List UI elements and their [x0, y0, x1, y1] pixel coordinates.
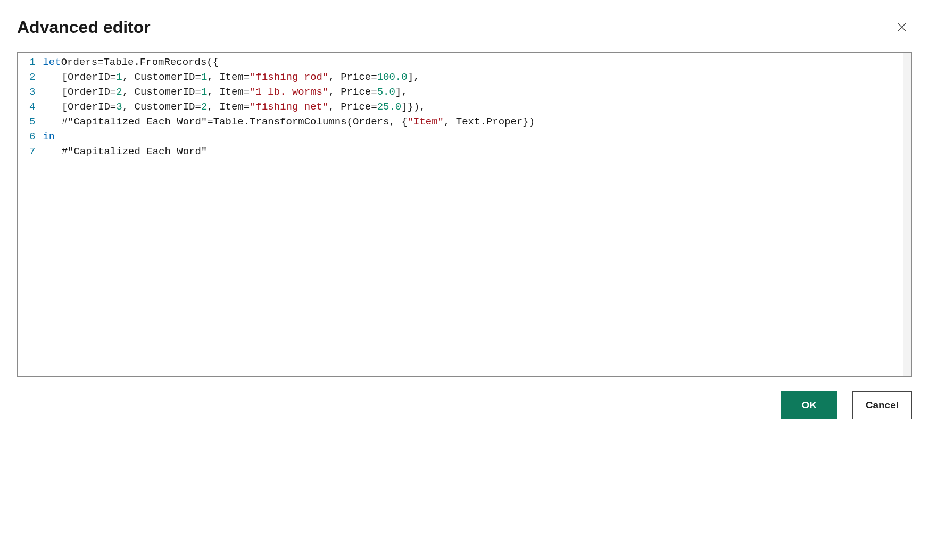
code-token: OrderID	[68, 85, 110, 99]
code-token: CustomerID	[134, 85, 195, 99]
code-token: 2	[116, 85, 122, 99]
code-token: =	[371, 70, 377, 85]
code-token: Price	[341, 70, 371, 85]
code-token: (	[347, 114, 353, 129]
code-token: =	[110, 85, 116, 99]
code-token: ,	[122, 70, 135, 85]
code-token: ],	[395, 85, 408, 99]
line-number-gutter: 1234567	[18, 55, 43, 159]
code-token: =	[371, 99, 377, 114]
line-number: 7	[29, 144, 35, 159]
code-line[interactable]: [OrderID = 3, CustomerID = 2, Item = "fi…	[43, 99, 905, 114]
code-token: #"Capitalized Each Word"	[62, 144, 208, 159]
code-token: =	[110, 99, 116, 114]
line-number: 1	[29, 55, 35, 70]
line-number: 4	[29, 99, 35, 114]
line-number: 6	[29, 129, 35, 144]
code-line[interactable]: #"Capitalized Each Word" = Table.Transfo…	[43, 114, 905, 129]
cancel-button[interactable]: Cancel	[852, 391, 912, 419]
code-token: =	[97, 55, 103, 70]
code-token: =	[244, 85, 250, 99]
code-token: ,	[122, 85, 135, 99]
code-token: Price	[341, 99, 371, 114]
code-token: 1	[116, 70, 122, 85]
code-token: =	[207, 114, 213, 129]
code-token: #"Capitalized Each Word"	[62, 114, 208, 129]
code-token: [	[62, 85, 68, 99]
code-line[interactable]: in	[43, 129, 905, 144]
code-token: [	[62, 99, 68, 114]
code-line[interactable]: [OrderID = 2, CustomerID = 1, Item = "1 …	[43, 85, 905, 99]
code-token: OrderID	[68, 99, 110, 114]
code-token: Table.TransformColumns	[213, 114, 347, 129]
code-token: Item	[219, 70, 244, 85]
code-token: ,	[328, 85, 341, 99]
code-token: 25.0	[377, 99, 402, 114]
code-token: })	[522, 114, 535, 129]
close-button[interactable]	[892, 17, 912, 37]
code-token: ]}),	[401, 99, 426, 114]
code-token: ,	[122, 99, 135, 114]
dialog-footer: OK Cancel	[17, 391, 912, 419]
code-token: , {	[389, 114, 407, 129]
line-number: 5	[29, 114, 35, 129]
code-token: 1	[201, 70, 207, 85]
code-token: 1	[201, 85, 207, 99]
code-editor[interactable]: 1234567 let Orders = Table.FromRecords({…	[17, 52, 912, 377]
code-token: =	[110, 70, 116, 85]
code-token: let	[43, 55, 61, 70]
code-content[interactable]: let Orders = Table.FromRecords({ [OrderI…	[43, 55, 911, 159]
code-token: ],	[408, 70, 420, 85]
code-token: OrderID	[68, 70, 110, 85]
code-token: 5.0	[377, 85, 395, 99]
code-line[interactable]: let Orders = Table.FromRecords({	[43, 55, 905, 70]
code-token: 100.0	[377, 70, 408, 85]
code-token: "1 lb. worms"	[250, 85, 328, 99]
code-token: =	[195, 99, 201, 114]
code-token: Item	[219, 99, 244, 114]
code-token: ,	[207, 70, 219, 85]
close-icon	[896, 21, 908, 33]
code-token: CustomerID	[134, 70, 195, 85]
code-token: ,	[444, 114, 456, 129]
ok-button[interactable]: OK	[781, 391, 837, 419]
code-token: ,	[328, 70, 341, 85]
code-token: Item	[219, 85, 244, 99]
line-number: 2	[29, 70, 35, 85]
code-token: ,	[207, 99, 219, 114]
code-token: Orders	[61, 55, 97, 70]
vertical-scrollbar[interactable]	[903, 53, 911, 376]
code-token: [	[62, 70, 68, 85]
code-token: CustomerID	[134, 99, 195, 114]
code-token: 2	[201, 99, 207, 114]
code-token: Orders	[353, 114, 389, 129]
code-token: Table.FromRecords	[103, 55, 206, 70]
code-token: =	[371, 85, 377, 99]
code-token: ({	[206, 55, 219, 70]
code-token: Text.Proper	[456, 114, 522, 129]
code-token: =	[195, 70, 201, 85]
code-token: 3	[116, 99, 122, 114]
code-line[interactable]: #"Capitalized Each Word"	[43, 144, 905, 159]
code-token: "fishing rod"	[250, 70, 328, 85]
code-token: "Item"	[408, 114, 444, 129]
code-token: =	[244, 99, 250, 114]
dialog-header: Advanced editor	[17, 17, 912, 37]
code-token: ,	[328, 99, 341, 114]
code-token: Price	[341, 85, 371, 99]
code-token: "fishing net"	[250, 99, 328, 114]
code-line[interactable]: [OrderID = 1, CustomerID = 1, Item = "fi…	[43, 70, 905, 85]
line-number: 3	[29, 85, 35, 99]
code-token: =	[195, 85, 201, 99]
code-token: =	[244, 70, 250, 85]
code-token: ,	[207, 85, 219, 99]
dialog-title: Advanced editor	[17, 18, 151, 37]
code-token: in	[43, 129, 55, 144]
